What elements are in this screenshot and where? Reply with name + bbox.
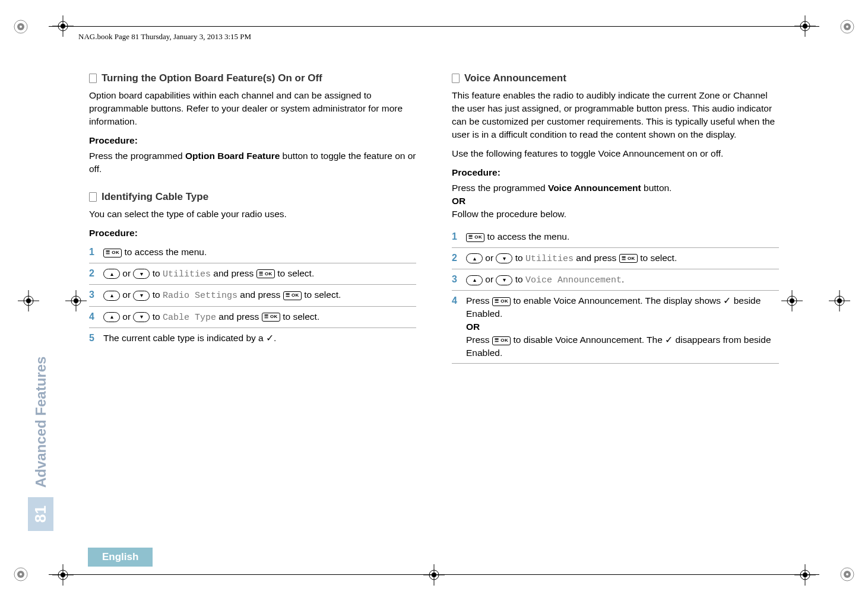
text: or (120, 311, 133, 322)
registration-mark-icon (840, 19, 855, 34)
text: . (622, 274, 624, 284)
text: to select. (302, 290, 341, 300)
text: Press (466, 335, 492, 345)
text: and press (574, 253, 619, 263)
section-heading-cable-type: Identifying Cable Type (89, 190, 416, 204)
step-2: 2 ▴ or ▾ to Utilities and press ☰ OK to … (452, 248, 779, 269)
menu-item-text: Voice Announcement (525, 275, 622, 285)
svg-point-43 (74, 298, 78, 303)
up-arrow-icon: ▴ (103, 291, 120, 301)
menu-ok-icon: ☰ OK (103, 249, 122, 257)
step-body: ☰ OK to access the menu. (103, 246, 416, 259)
step-body: ▴ or ▾ to Radio Settings and press ☰ OK … (103, 288, 416, 302)
text: to (150, 311, 163, 322)
step-number: 1 (89, 246, 96, 259)
text: to (512, 274, 525, 284)
svg-point-31 (432, 573, 436, 577)
crosshair-icon (794, 564, 816, 586)
step-number: 3 (89, 288, 96, 302)
up-arrow-icon: ▴ (466, 253, 483, 263)
crop-line-top (49, 26, 819, 27)
text: Press (466, 295, 492, 306)
step-1: 1 ☰ OK to access the menu. (452, 227, 779, 248)
step-body: ▴ or ▾ to Voice Announcement. (466, 273, 779, 287)
down-arrow-icon: ▾ (496, 253, 512, 263)
menu-ok-icon: ☰ OK (262, 313, 280, 322)
step-number: 1 (452, 230, 459, 244)
text: and press (211, 268, 256, 278)
text: to (150, 268, 163, 278)
page-icon (452, 74, 460, 83)
svg-point-27 (803, 573, 807, 577)
text: Press the programmed (89, 151, 185, 161)
step-3: 3 ▴ or ▾ to Voice Announcement. (452, 269, 779, 291)
svg-point-19 (803, 24, 807, 28)
registration-mark-icon (13, 567, 28, 582)
menu-ok-icon: ☰ OK (256, 269, 275, 278)
heading-text: Voice Announcement (464, 71, 566, 85)
text: to (150, 290, 163, 300)
menu-ok-icon: ☰ OK (283, 291, 302, 300)
body-text: You can select the type of cable your ra… (89, 208, 416, 221)
procedure-label: Procedure: (89, 227, 416, 240)
right-column: Voice Announcement This feature enables … (452, 71, 779, 559)
body-text: This feature enables the radio to audibl… (452, 89, 779, 141)
text: or (120, 268, 133, 278)
crosshair-icon (794, 15, 816, 37)
svg-point-47 (790, 298, 794, 303)
menu-ok-icon: ☰ OK (492, 336, 511, 345)
side-chapter-tab: 81 Advanced Features (28, 351, 53, 531)
text: The current cable type is indicated by a (103, 333, 266, 343)
text: to select. (275, 268, 314, 278)
procedure-steps: 1 ☰ OK to access the menu. 2 ▴ or ▾ to U… (89, 242, 416, 348)
page-content: Turning the Option Board Feature(s) On o… (89, 71, 779, 559)
step-body: ▴ or ▾ to Utilities and press ☰ OK to se… (103, 267, 416, 281)
text: and press (237, 290, 283, 300)
text: to select. (280, 311, 319, 322)
step-2: 2 ▴ or ▾ to Utilities and press ☰ OK to … (89, 263, 416, 285)
text: to access the menu. (484, 231, 569, 241)
body-text: Press the programmed Voice Announcement … (452, 182, 779, 195)
procedure-label: Procedure: (452, 166, 779, 179)
registration-mark-icon (13, 19, 28, 34)
or-text: OR (452, 195, 779, 208)
body-text: Option board capabilities within each ch… (89, 89, 416, 128)
step-number: 3 (452, 273, 459, 287)
crosshair-icon (52, 564, 74, 586)
page-header-text: NAG.book Page 81 Thursday, January 3, 20… (78, 32, 251, 42)
text: . (274, 333, 276, 343)
svg-point-23 (61, 573, 65, 577)
body-text: Follow the procedure below. (452, 208, 779, 221)
text: to select. (638, 253, 677, 263)
procedure-label: Procedure: (89, 134, 416, 147)
check-icon: ✓ (723, 295, 731, 306)
left-column: Turning the Option Board Feature(s) On o… (89, 71, 416, 559)
menu-item-text: Utilities (525, 254, 574, 264)
text-bold: Option Board Feature (185, 151, 280, 161)
step-1: 1 ☰ OK to access the menu. (89, 242, 416, 263)
step-body: ▴ or ▾ to Utilities and press ☰ OK to se… (466, 252, 779, 265)
down-arrow-icon: ▾ (133, 291, 150, 301)
svg-point-11 (846, 573, 848, 575)
crosshair-icon (781, 290, 803, 311)
crosshair-icon (52, 15, 74, 37)
text: and press (216, 311, 262, 322)
step-body: Press ☰ OK to enable Voice Announcement.… (466, 294, 779, 360)
text: or (120, 290, 133, 300)
section-heading-voice-announcement: Voice Announcement (452, 71, 779, 85)
step-5: 5 The current cable type is indicated by… (89, 328, 416, 349)
section-heading-option-board: Turning the Option Board Feature(s) On o… (89, 71, 416, 85)
step-body: ▴ or ▾ to Cable Type and press ☰ OK to s… (103, 310, 416, 324)
heading-text: Turning the Option Board Feature(s) On o… (102, 71, 322, 85)
step-4: 4 Press ☰ OK to enable Voice Announcemen… (452, 291, 779, 364)
or-text: OR (466, 322, 480, 332)
body-text: Press the programmed Option Board Featur… (89, 150, 416, 176)
check-icon: ✓ (266, 333, 274, 343)
crosshair-icon (18, 290, 39, 311)
heading-text: Identifying Cable Type (102, 190, 208, 204)
text: or (483, 274, 496, 284)
svg-point-39 (837, 298, 842, 303)
step-body: The current cable type is indicated by a… (103, 332, 416, 345)
text: or (483, 253, 496, 263)
menu-ok-icon: ☰ OK (619, 254, 638, 263)
